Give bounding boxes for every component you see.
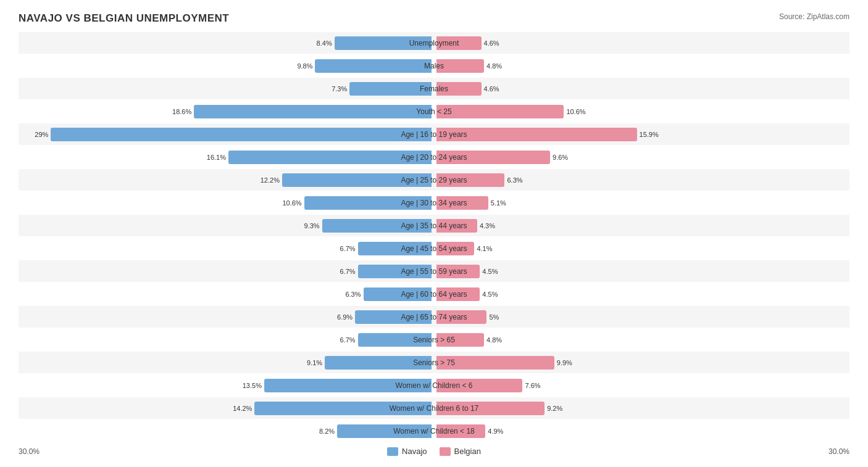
bar-row: 6.7% Seniors > 65 4.8% [19, 329, 849, 350]
left-value: 9.1% [307, 359, 322, 366]
left-value: 16.1% [207, 154, 226, 161]
chart-body: 8.4% Unemployment 4.6% 9.8% Males [19, 32, 849, 442]
right-value: 9.2% [547, 405, 562, 412]
chart-title: NAVAJO VS BELGIAN UNEMPLOYMENT [19, 12, 229, 25]
left-section: 6.7% [19, 238, 434, 259]
right-section: 4.8% [434, 329, 849, 350]
left-section: 9.8% [19, 55, 434, 76]
right-value: 5% [489, 313, 499, 321]
row-label: Females [420, 85, 448, 93]
bar-row: 7.3% Females 4.6% [19, 78, 849, 99]
right-value: 4.5% [482, 291, 498, 298]
navajo-bar [194, 105, 432, 118]
right-bar-wrap: 5% [436, 306, 849, 328]
legend-belgian: Belgian [440, 447, 481, 456]
left-section: 14.2% [19, 397, 434, 419]
left-bar-wrap: 14.2% [19, 397, 432, 419]
left-value: 29% [35, 131, 48, 138]
right-value: 4.9% [488, 428, 503, 435]
left-bar-wrap: 6.7% [19, 260, 432, 282]
left-bar-wrap: 7.3% [19, 78, 432, 99]
left-section: 18.6% [19, 101, 434, 122]
left-value: 6.3% [345, 291, 361, 298]
chart-footer: 30.0% Navajo Belgian 30.0% [19, 447, 849, 456]
right-value: 6.3% [507, 176, 522, 184]
right-section: 4.8% [434, 55, 849, 76]
left-section: 12.2% [19, 169, 434, 191]
row-label: Women w/ Children < 6 [396, 381, 473, 390]
row-label: Youth < 25 [416, 107, 451, 116]
right-section: 4.5% [434, 260, 849, 282]
left-section: 7.3% [19, 78, 434, 99]
left-value: 6.9% [337, 313, 353, 321]
chart-header: NAVAJO VS BELGIAN UNEMPLOYMENT Source: Z… [19, 12, 849, 25]
row-label: Males [424, 62, 444, 70]
left-value: 9.8% [297, 62, 312, 70]
right-value: 4.5% [482, 268, 498, 275]
legend-navajo: Navajo [387, 447, 427, 456]
row-label: Age | 20 to 24 years [401, 153, 467, 162]
right-value: 4.6% [484, 85, 499, 93]
right-value: 9.9% [557, 359, 572, 366]
right-section: 4.3% [434, 215, 849, 236]
bar-row: 14.2% Women w/ Children 6 to 17 9.2% [19, 397, 849, 419]
left-value: 13.5% [243, 382, 262, 389]
left-section: 9.3% [19, 215, 434, 236]
left-section: 16.1% [19, 146, 434, 168]
right-bar-wrap: 4.6% [436, 32, 849, 54]
axis-label-left: 30.0% [19, 447, 40, 456]
right-value: 4.8% [486, 62, 502, 70]
chart-container: NAVAJO VS BELGIAN UNEMPLOYMENT Source: Z… [0, 0, 868, 467]
row-label: Age | 55 to 59 years [401, 267, 467, 276]
right-bar-wrap: 9.9% [436, 352, 849, 373]
bar-row: 10.6% Age | 30 to 34 years 5.1% [19, 192, 849, 213]
bar-row: 8.4% Unemployment 4.6% [19, 32, 849, 54]
right-value: 5.1% [491, 199, 506, 207]
left-value: 12.2% [261, 176, 280, 184]
left-bar-wrap: 9.8% [19, 55, 432, 76]
bar-row: 16.1% Age | 20 to 24 years 9.6% [19, 146, 849, 168]
left-value: 9.3% [304, 222, 320, 229]
bar-row: 6.7% Age | 55 to 59 years 4.5% [19, 260, 849, 282]
row-label: Women w/ Children 6 to 17 [390, 404, 479, 413]
left-bar-wrap: 6.3% [19, 283, 432, 305]
bar-row: 8.2% Women w/ Children < 18 4.9% [19, 420, 849, 442]
right-section: 4.6% [434, 78, 849, 99]
left-bar-wrap: 6.9% [19, 306, 432, 328]
legend-navajo-label: Navajo [402, 447, 427, 456]
bar-row: 6.7% Age | 45 to 54 years 4.1% [19, 238, 849, 259]
left-section: 9.1% [19, 352, 434, 373]
right-section: 5% [434, 306, 849, 328]
left-bar-wrap: 18.6% [19, 101, 432, 122]
left-value: 8.4% [317, 39, 332, 47]
right-bar-wrap: 4.8% [436, 55, 849, 76]
right-bar-wrap: 4.5% [436, 260, 849, 282]
bar-row: 9.3% Age | 35 to 44 years 4.3% [19, 215, 849, 236]
row-label: Age | 30 to 34 years [401, 199, 467, 207]
left-bar-wrap: 9.3% [19, 215, 432, 236]
right-value: 9.6% [553, 154, 568, 161]
left-bar-wrap: 8.4% [19, 32, 432, 54]
chart-source: Source: ZipAtlas.com [779, 12, 849, 21]
right-section: 4.1% [434, 238, 849, 259]
row-label: Seniors > 65 [413, 336, 455, 344]
right-section: 7.6% [434, 374, 849, 396]
right-section: 4.9% [434, 420, 849, 442]
left-bar-wrap: 8.2% [19, 420, 432, 442]
left-value: 8.2% [319, 428, 335, 435]
left-section: 29% [19, 123, 434, 145]
left-bar-wrap: 12.2% [19, 169, 432, 191]
right-bar-wrap: 4.1% [436, 238, 849, 259]
right-bar-wrap: 6.3% [436, 169, 849, 191]
left-value: 6.7% [340, 336, 356, 344]
left-value: 6.7% [340, 268, 356, 275]
bar-row: 18.6% Youth < 25 10.6% [19, 101, 849, 122]
right-value: 10.6% [566, 108, 585, 115]
legend-navajo-box [387, 447, 398, 456]
row-label: Seniors > 75 [413, 358, 455, 367]
left-value: 18.6% [172, 108, 191, 115]
right-section: 5.1% [434, 192, 849, 213]
legend: Navajo Belgian [387, 447, 481, 456]
left-section: 10.6% [19, 192, 434, 213]
bar-row: 12.2% Age | 25 to 29 years 6.3% [19, 169, 849, 191]
